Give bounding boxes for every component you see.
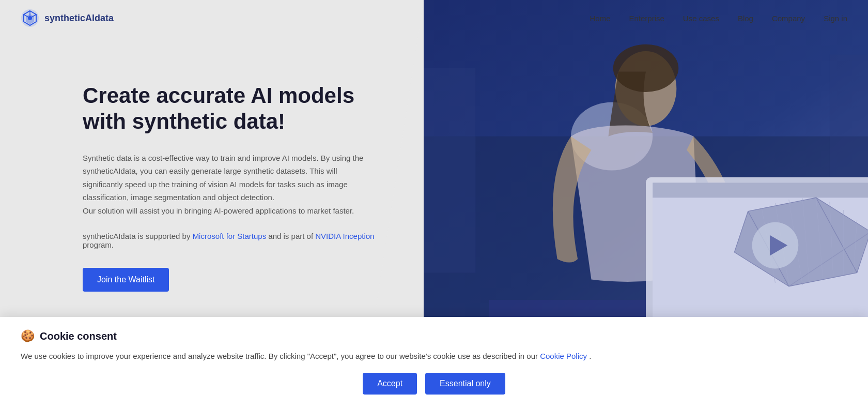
cookie-period: . [587, 352, 591, 360]
nav-blog[interactable]: Blog [738, 14, 753, 23]
logo-text: syntheticAIdata [44, 13, 114, 24]
join-waitlist-button[interactable]: Join the Waitlist [83, 268, 169, 292]
svg-rect-7 [424, 68, 475, 273]
nav-sign-in[interactable]: Sign in [824, 14, 847, 23]
essential-only-button[interactable]: Essential only [425, 373, 505, 395]
cookie-title: Cookie consent [40, 330, 117, 342]
header: syntheticAIdata Home Enterprise Use case… [0, 0, 868, 36]
support-prefix: syntheticAIdata is supported by [83, 232, 193, 240]
microsoft-link[interactable]: Microsoft for Startups [193, 232, 267, 240]
hero-title: Create accurate AI models with synthetic… [83, 83, 393, 135]
nav-company[interactable]: Company [772, 14, 805, 23]
nav-home[interactable]: Home [590, 14, 610, 23]
support-text: syntheticAIdata is supported by Microsof… [83, 232, 393, 249]
cookie-icon: 🍪 [21, 329, 35, 343]
accept-button[interactable]: Accept [363, 373, 417, 395]
cookie-buttons: Accept Essential only [21, 373, 847, 395]
nav-use-cases[interactable]: Use cases [683, 14, 719, 23]
nvidia-link[interactable]: NVIDIA Inception [315, 232, 374, 240]
cookie-description: We use cookies to improve your experienc… [21, 350, 847, 362]
svg-rect-18 [653, 183, 868, 198]
cookie-banner: 🍪 Cookie consent We use cookies to impro… [0, 317, 868, 409]
hero-description: Synthetic data is a cost-effective way t… [83, 152, 372, 218]
nav-enterprise[interactable]: Enterprise [629, 14, 664, 23]
cookie-policy-link[interactable]: Cookie Policy [540, 352, 587, 360]
support-suffix: program. [83, 240, 114, 249]
main-nav: Home Enterprise Use cases Blog Company S… [590, 14, 847, 23]
support-mid: and is part of [266, 232, 315, 240]
cookie-desc-text: We use cookies to improve your experienc… [21, 352, 540, 360]
logo-icon [21, 9, 39, 27]
logo-area[interactable]: syntheticAIdata [21, 9, 114, 27]
cookie-header: 🍪 Cookie consent [21, 329, 847, 343]
